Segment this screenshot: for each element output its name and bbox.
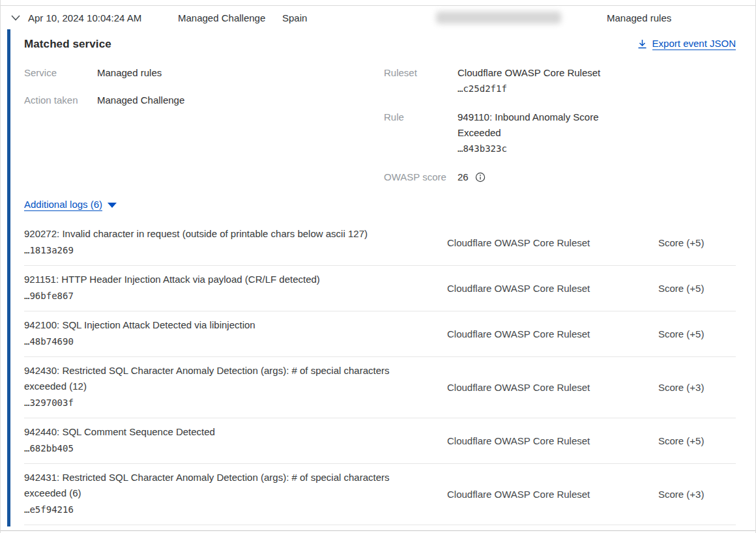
event-country: Spain <box>282 12 307 23</box>
log-row: 942431: Restricted SQL Character Anomaly… <box>24 464 736 525</box>
log-ruleset: Cloudflare OWASP Core Ruleset <box>433 283 643 294</box>
field-label: Rule <box>384 109 458 125</box>
log-ruleset: Cloudflare OWASP Core Ruleset <box>433 489 643 500</box>
log-rule-hash: …e5f94216 <box>24 502 433 518</box>
log-rule-description: 920272: Invalid character in request (ou… <box>24 226 433 242</box>
ruleset-name: Cloudflare OWASP Core Ruleset <box>458 65 614 81</box>
field-service: Service Managed rules <box>24 65 384 81</box>
log-score: Score (+5) <box>643 283 736 294</box>
log-row: 942100: SQL Injection Attack Detected vi… <box>24 311 736 357</box>
log-row: 942440: SQL Comment Sequence Detected …6… <box>24 418 736 464</box>
event-action: Managed Challenge <box>178 12 265 23</box>
field-label: Ruleset <box>384 65 458 81</box>
log-rule-hash: …96bfe867 <box>24 288 433 304</box>
log-row: 921151: HTTP Header Injection Attack via… <box>24 266 736 311</box>
owasp-score-value: 26 <box>458 169 469 185</box>
export-event-json-link[interactable]: Export event JSON <box>637 38 736 50</box>
log-rule-description: 942440: SQL Comment Sequence Detected <box>24 424 433 440</box>
event-detail-panel: Matched service Export event JSON Servic… <box>1 29 755 530</box>
log-rule-hash: …3297003f <box>24 395 433 411</box>
download-icon <box>637 39 647 50</box>
field-label: Service <box>24 65 97 81</box>
log-row: 942430: Restricted SQL Character Anomaly… <box>24 357 736 418</box>
log-score: Score (+5) <box>643 237 736 248</box>
export-link-label: Export event JSON <box>652 38 736 50</box>
log-score: Score (+3) <box>643 489 736 500</box>
log-ruleset: Cloudflare OWASP Core Ruleset <box>433 237 643 248</box>
additional-logs-toggle[interactable]: Additional logs (6) <box>24 199 102 211</box>
event-summary-row[interactable]: Apr 10, 2024 10:04:24 AM Managed Challen… <box>1 5 755 29</box>
log-score: Score (+5) <box>643 328 736 339</box>
field-label: Action taken <box>24 93 97 108</box>
event-service: Managed rules <box>607 12 671 23</box>
log-rule-hash: …48b74690 <box>24 334 433 350</box>
field-ruleset: Ruleset Cloudflare OWASP Core Ruleset …c… <box>384 65 736 97</box>
log-rule-description: 942100: SQL Injection Attack Detected vi… <box>24 317 433 333</box>
rule-id-hash: …843b323c <box>458 141 614 157</box>
ruleset-id-hash: …c25d2f1f <box>458 81 614 97</box>
top-spacer <box>1 0 755 5</box>
firewall-event-detail: Apr 10, 2024 10:04:24 AM Managed Challen… <box>0 0 756 533</box>
log-rule-hash: …1813a269 <box>24 242 433 259</box>
log-rule-description: 942431: Restricted SQL Character Anomaly… <box>24 470 433 501</box>
field-rule: Rule 949110: Inbound Anomaly Score Excee… <box>384 109 736 157</box>
event-timestamp: Apr 10, 2024 10:04:24 AM <box>28 12 141 23</box>
log-ruleset: Cloudflare OWASP Core Ruleset <box>433 382 643 393</box>
field-value: Managed Challenge <box>97 93 184 108</box>
field-owasp-score: OWASP score 26 <box>384 169 736 185</box>
field-value: Managed rules <box>97 65 162 81</box>
log-rule-description: 921151: HTTP Header Injection Attack via… <box>24 272 433 287</box>
chevron-down-icon[interactable] <box>10 12 22 23</box>
matched-service-title: Matched service <box>24 38 111 51</box>
info-icon[interactable] <box>475 172 486 182</box>
log-ruleset: Cloudflare OWASP Core Ruleset <box>433 328 643 339</box>
field-label: OWASP score <box>384 169 458 185</box>
caret-down-icon[interactable] <box>108 203 117 208</box>
log-ruleset: Cloudflare OWASP Core Ruleset <box>433 435 643 446</box>
log-rule-description: 942430: Restricted SQL Character Anomaly… <box>24 363 433 394</box>
log-row: 920272: Invalid character in request (ou… <box>24 220 736 266</box>
selected-row-accent-bar <box>7 29 10 526</box>
field-action-taken: Action taken Managed Challenge <box>24 93 384 108</box>
redacted-host-blur <box>436 12 561 24</box>
log-rule-hash: …682bb405 <box>24 440 433 457</box>
rule-name: 949110: Inbound Anomaly Score Exceeded <box>458 109 614 141</box>
log-score: Score (+5) <box>643 435 736 446</box>
additional-logs-table: 920272: Invalid character in request (ou… <box>24 220 736 525</box>
table-bottom-border <box>1 530 755 531</box>
log-score: Score (+3) <box>643 382 736 393</box>
